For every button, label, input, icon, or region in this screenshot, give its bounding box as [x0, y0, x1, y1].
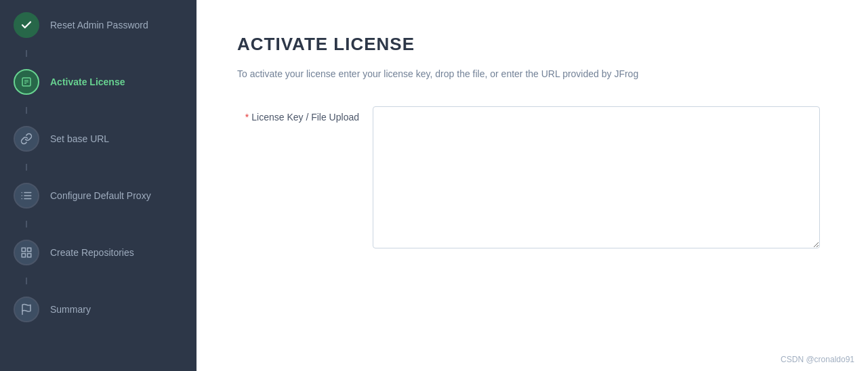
license-key-textarea[interactable]: [373, 106, 820, 248]
license-label: *License Key / File Upload: [237, 106, 359, 123]
sidebar-connector-2: [26, 107, 27, 114]
license-icon: [20, 76, 33, 88]
sidebar: Reset Admin Password Activate License Se…: [0, 0, 197, 371]
sidebar-item-create-repositories[interactable]: Create Repositories: [0, 227, 197, 278]
page-description: To activate your license enter your lice…: [237, 68, 827, 79]
sidebar-item-summary[interactable]: Summary: [0, 284, 197, 334]
sidebar-item-set-base-url[interactable]: Set base URL: [0, 114, 197, 164]
grid-icon: [20, 246, 33, 259]
sidebar-item-icon-proxy: [14, 183, 39, 209]
license-form-group: *License Key / File Upload: [237, 106, 827, 248]
list-icon: [20, 190, 33, 202]
sidebar-item-label-activate: Activate License: [50, 77, 125, 87]
sidebar-item-icon-summary: [14, 297, 39, 322]
sidebar-item-label-summary: Summary: [50, 304, 91, 315]
sidebar-item-label-proxy: Configure Default Proxy: [50, 190, 151, 201]
check-icon: [20, 19, 33, 31]
svg-rect-10: [22, 248, 25, 251]
svg-rect-11: [28, 248, 31, 251]
sidebar-item-label-url: Set base URL: [50, 133, 109, 144]
sidebar-connector-5: [26, 278, 27, 284]
sidebar-item-icon-url: [14, 126, 39, 152]
sidebar-item-activate-license[interactable]: Activate License: [0, 57, 197, 107]
footer-credit: CSDN @cronaldo91: [781, 355, 854, 364]
sidebar-connector-3: [26, 164, 27, 171]
sidebar-item-icon-activate: [14, 69, 39, 95]
sidebar-item-label-repos: Create Repositories: [50, 247, 134, 258]
sidebar-item-icon-reset: [14, 12, 39, 38]
sidebar-connector-1: [26, 50, 27, 57]
required-star: *: [245, 112, 249, 123]
sidebar-item-configure-proxy[interactable]: Configure Default Proxy: [0, 171, 197, 221]
sidebar-connector-4: [26, 221, 27, 227]
link-icon: [20, 133, 33, 145]
main-content: ACTIVATE LICENSE To activate your licens…: [197, 0, 868, 371]
sidebar-item-reset-admin-password[interactable]: Reset Admin Password: [0, 0, 197, 50]
svg-rect-13: [28, 254, 31, 257]
sidebar-item-label-reset: Reset Admin Password: [50, 20, 148, 30]
svg-rect-12: [22, 254, 25, 257]
page-title: ACTIVATE LICENSE: [237, 34, 827, 55]
sidebar-item-icon-repos: [14, 240, 39, 265]
flag-icon: [20, 303, 33, 315]
